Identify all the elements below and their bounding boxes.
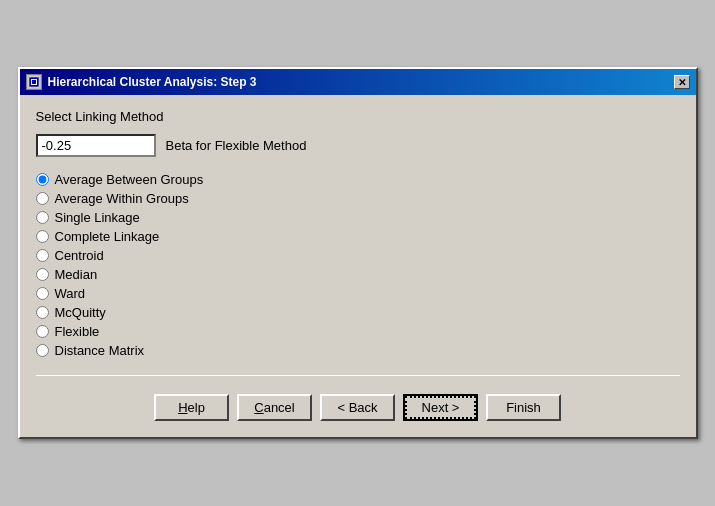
next-label: Next > bbox=[422, 400, 460, 415]
radio-item-avg-between: Average Between Groups bbox=[36, 171, 680, 188]
back-button[interactable]: < Back bbox=[320, 394, 395, 421]
radio-item-median: Median bbox=[36, 266, 680, 283]
next-button[interactable]: Next > bbox=[403, 394, 478, 421]
finish-button[interactable]: Finish bbox=[486, 394, 561, 421]
dialog-content: Select Linking Method Beta for Flexible … bbox=[20, 95, 696, 437]
label-mcquitty[interactable]: McQuitty bbox=[55, 305, 106, 320]
label-flexible[interactable]: Flexible bbox=[55, 324, 100, 339]
beta-input[interactable] bbox=[36, 134, 156, 157]
radio-complete[interactable] bbox=[36, 230, 49, 243]
help-label: Help bbox=[178, 400, 205, 415]
cancel-button[interactable]: Cancel bbox=[237, 394, 312, 421]
finish-label: Finish bbox=[506, 400, 541, 415]
radio-item-complete: Complete Linkage bbox=[36, 228, 680, 245]
radio-avg-between[interactable] bbox=[36, 173, 49, 186]
radio-single[interactable] bbox=[36, 211, 49, 224]
close-button[interactable]: ✕ bbox=[674, 75, 690, 89]
radio-ward[interactable] bbox=[36, 287, 49, 300]
radio-mcquitty[interactable] bbox=[36, 306, 49, 319]
radio-avg-within[interactable] bbox=[36, 192, 49, 205]
title-bar: Hierarchical Cluster Analysis: Step 3 ✕ bbox=[20, 69, 696, 95]
radio-group: Average Between Groups Average Within Gr… bbox=[36, 171, 680, 359]
radio-distance-matrix[interactable] bbox=[36, 344, 49, 357]
section-label: Select Linking Method bbox=[36, 109, 680, 124]
svg-rect-2 bbox=[32, 80, 36, 84]
radio-item-single: Single Linkage bbox=[36, 209, 680, 226]
divider bbox=[36, 375, 680, 376]
button-row: Help Cancel < Back Next > Finish bbox=[36, 388, 680, 425]
radio-median[interactable] bbox=[36, 268, 49, 281]
radio-item-flexible: Flexible bbox=[36, 323, 680, 340]
radio-item-centroid: Centroid bbox=[36, 247, 680, 264]
label-avg-between[interactable]: Average Between Groups bbox=[55, 172, 204, 187]
label-distance-matrix[interactable]: Distance Matrix bbox=[55, 343, 145, 358]
radio-item-avg-within: Average Within Groups bbox=[36, 190, 680, 207]
window-title: Hierarchical Cluster Analysis: Step 3 bbox=[48, 75, 257, 89]
label-complete[interactable]: Complete Linkage bbox=[55, 229, 160, 244]
label-centroid[interactable]: Centroid bbox=[55, 248, 104, 263]
cancel-label: Cancel bbox=[254, 400, 294, 415]
title-bar-left: Hierarchical Cluster Analysis: Step 3 bbox=[26, 74, 257, 90]
radio-centroid[interactable] bbox=[36, 249, 49, 262]
radio-item-mcquitty: McQuitty bbox=[36, 304, 680, 321]
back-label: < Back bbox=[337, 400, 377, 415]
radio-flexible[interactable] bbox=[36, 325, 49, 338]
label-median[interactable]: Median bbox=[55, 267, 98, 282]
beta-row: Beta for Flexible Method bbox=[36, 134, 680, 157]
radio-item-distance-matrix: Distance Matrix bbox=[36, 342, 680, 359]
label-avg-within[interactable]: Average Within Groups bbox=[55, 191, 189, 206]
dialog-window: Hierarchical Cluster Analysis: Step 3 ✕ … bbox=[18, 67, 698, 439]
label-ward[interactable]: Ward bbox=[55, 286, 86, 301]
label-single[interactable]: Single Linkage bbox=[55, 210, 140, 225]
title-icon bbox=[26, 74, 42, 90]
help-button[interactable]: Help bbox=[154, 394, 229, 421]
beta-label: Beta for Flexible Method bbox=[166, 138, 307, 153]
radio-item-ward: Ward bbox=[36, 285, 680, 302]
